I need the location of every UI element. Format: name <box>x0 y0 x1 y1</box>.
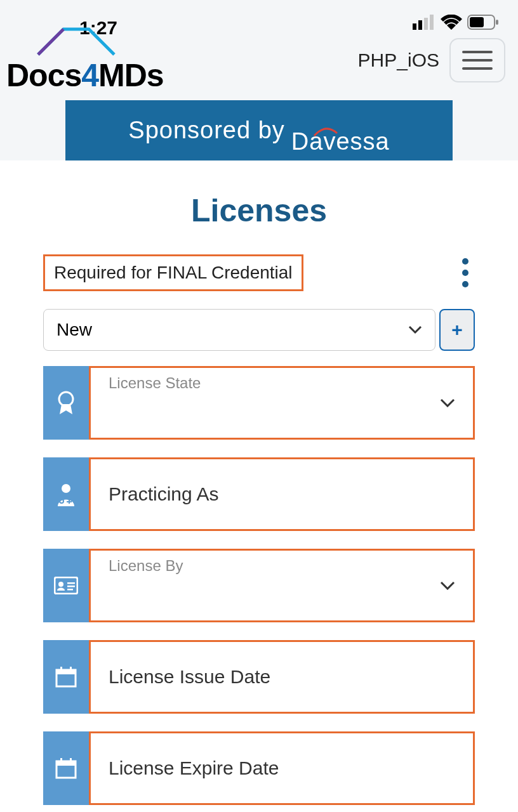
record-select[interactable]: New <box>43 309 435 351</box>
more-options-button[interactable] <box>462 258 468 287</box>
sponsor-text: Sponsored by <box>128 117 285 144</box>
license-by-label: License By <box>109 557 183 575</box>
header-env-label: PHP_iOS <box>358 49 439 71</box>
license-by-select[interactable]: License By <box>89 549 475 622</box>
license-state-label: License State <box>109 374 201 392</box>
svg-rect-3 <box>430 15 434 30</box>
practicing-as-row: Practicing As <box>43 457 475 531</box>
chevron-down-icon <box>440 581 455 590</box>
practicing-as-input[interactable]: Practicing As <box>89 457 475 531</box>
calendar-icon <box>43 731 89 805</box>
svg-rect-16 <box>67 589 73 591</box>
practicing-as-label: Practicing As <box>109 483 218 505</box>
menu-button[interactable] <box>449 38 505 82</box>
svg-rect-15 <box>67 586 75 587</box>
license-state-select[interactable]: License State <box>89 366 475 440</box>
app-header: Docs4MDs PHP_iOS <box>0 32 518 89</box>
license-expire-date-row: License Expire Date <box>43 731 475 805</box>
svg-rect-19 <box>60 667 62 672</box>
required-badge: Required for FINAL Credential <box>43 254 303 291</box>
license-issue-date-input[interactable]: License Issue Date <box>89 640 475 714</box>
id-card-icon <box>43 549 89 622</box>
svg-rect-1 <box>418 20 422 30</box>
svg-rect-22 <box>56 761 76 766</box>
svg-point-8 <box>62 484 70 493</box>
sponsor-banner: Sponsored by Davessa <box>65 100 453 160</box>
license-by-row: License By <box>43 549 475 622</box>
logo: Docs4MDs <box>6 32 197 89</box>
svg-point-7 <box>59 392 73 406</box>
calendar-icon <box>43 640 89 714</box>
license-state-row: License State <box>43 366 475 440</box>
status-icons <box>413 15 499 30</box>
doctor-icon <box>43 457 89 531</box>
sponsor-brand: Davessa <box>291 128 390 155</box>
battery-icon <box>467 15 499 30</box>
wifi-icon <box>441 15 462 30</box>
svg-rect-2 <box>424 18 428 30</box>
svg-rect-20 <box>70 667 72 672</box>
license-issue-date-row: License Issue Date <box>43 640 475 714</box>
logo-text-post: MDs <box>98 58 164 93</box>
record-select-value: New <box>56 320 92 340</box>
page-title: Licenses <box>0 192 518 229</box>
svg-rect-6 <box>496 20 498 25</box>
license-expire-date-input[interactable]: License Expire Date <box>89 731 475 805</box>
svg-rect-0 <box>413 23 416 30</box>
add-record-button[interactable]: + <box>439 309 475 351</box>
svg-rect-11 <box>67 501 72 502</box>
logo-text-pre: Docs <box>6 58 81 93</box>
award-icon <box>43 366 89 440</box>
svg-rect-14 <box>67 582 75 584</box>
license-expire-date-label: License Expire Date <box>109 757 279 779</box>
logo-text-mid: 4 <box>81 58 98 93</box>
svg-rect-5 <box>470 17 484 27</box>
chevron-down-icon <box>408 325 422 334</box>
license-issue-date-label: License Issue Date <box>109 666 270 688</box>
chevron-down-icon <box>440 398 455 407</box>
svg-rect-23 <box>60 758 62 763</box>
svg-rect-18 <box>56 670 76 674</box>
svg-rect-24 <box>70 758 72 763</box>
cellular-icon <box>413 15 435 30</box>
svg-point-13 <box>58 582 63 587</box>
